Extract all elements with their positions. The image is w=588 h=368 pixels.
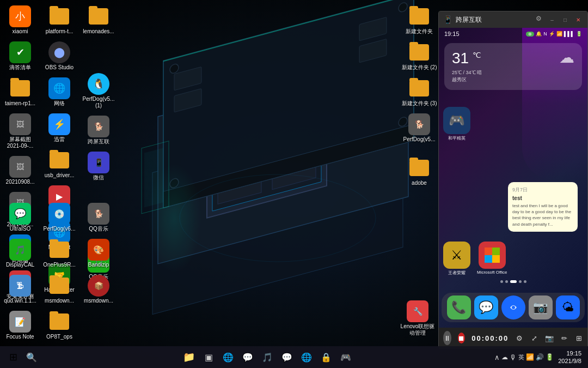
icon-qudwin[interactable]: msmdown... <box>40 273 78 306</box>
svg-rect-27 <box>147 164 201 273</box>
msoffice-icon[interactable] <box>479 242 506 269</box>
settings-icon[interactable]: ⚙ <box>536 15 542 25</box>
icon-ultraiso[interactable]: 💿 PerfDog(v6... <box>40 201 78 234</box>
icon-focusnote[interactable]: 📝 Focus Note <box>1 309 39 342</box>
messages-icon[interactable]: 💬 <box>474 295 498 319</box>
camera-icon[interactable]: 📷 <box>529 295 553 319</box>
tray-battery[interactable]: 🔋 <box>546 353 554 361</box>
record-settings-button[interactable]: ⚙ <box>515 331 523 345</box>
dot-2 <box>505 280 508 283</box>
icon-bandizip[interactable]: 🗜 qud.win.1.1... <box>1 273 39 306</box>
dot-3-active <box>510 280 517 283</box>
windows-logo-icon: ⊞ <box>9 351 17 363</box>
tray-wifi[interactable]: 📶 <box>526 353 534 361</box>
taskbar-music[interactable]: 🎵 <box>259 348 276 366</box>
icon-screenshot2[interactable]: 🖼 20210908... <box>1 154 39 188</box>
taskbar-edge[interactable]: 🌐 <box>298 348 315 366</box>
tray-volume[interactable]: 🔊 <box>536 353 544 361</box>
icon-lenovo[interactable]: 🔧 Lenovo联想驱动管理 <box>399 298 437 339</box>
taskbar: ⊞ 🔍 📁 ▣ 🌐 💬 🎵 💬 🌐 🔒 🎮 ∧ ☁ 🎙 英 📶 🔊 <box>0 346 588 368</box>
icon-wechat[interactable]: 💬 UltraISO <box>1 201 39 234</box>
icon-taimen[interactable]: taimen-rp1... <box>1 75 39 109</box>
search-button[interactable]: 🔍 <box>24 349 39 365</box>
icon-newfile3[interactable]: 新建文件夹 (3) <box>400 75 438 109</box>
taskbar-lock[interactable]: 🔒 <box>317 348 335 366</box>
icon-msm[interactable]: 📦 msmdown... <box>79 273 118 306</box>
icon-obs[interactable]: ⬤ OBS Studio <box>40 39 78 73</box>
desktop-icons-right-bottom: 🔧 Lenovo联想驱动管理 <box>397 296 438 341</box>
msoffice-app: Microsoft Office <box>477 242 507 276</box>
icon-perfdog-right[interactable]: 🐕 PerfDog(v5... <box>400 111 438 145</box>
icon-network[interactable]: 🌐 网络 <box>40 75 78 109</box>
nfc-icon: N <box>543 31 547 37</box>
stop-button[interactable]: ⏹ <box>458 333 465 343</box>
system-clock[interactable]: 19:15 2021/9/8 <box>556 349 584 365</box>
pause-button[interactable]: ⏸ <box>443 331 451 345</box>
dot-5 <box>524 280 526 283</box>
taskbar-browser[interactable]: 🌐 <box>219 348 237 366</box>
icon-tencent-qq[interactable]: 🐧 PerfDog(v5... (1) <box>79 71 118 111</box>
phone-weather-widget[interactable]: 31 ℃ ☁ 25℃ / 34℃ 晴 越秀区 <box>444 43 582 90</box>
bottom-col3: 🐕 QQ音乐 🎨 Bandizip 📦 msmdown... <box>78 200 118 343</box>
mid-content-row: 🎮 和平精英 9月7日 test test and then I will be… <box>443 107 583 156</box>
phone-apps-bottom-row: ⚔ 王者荣耀 Microsoft Office <box>443 242 582 276</box>
icon-op8tops[interactable]: OP8T_ops <box>40 309 78 342</box>
phone-window-icon: 📱 <box>443 15 452 24</box>
icon-perfdog-v5-1[interactable]: 🐕 跨屏互联 <box>79 113 118 147</box>
clock-date: 2021/9/8 <box>558 357 581 365</box>
taskbar-task-view[interactable]: ▣ <box>200 348 217 366</box>
icon-adobe[interactable]: adobe <box>400 155 438 189</box>
phone-screen: 19:15 ⊕ 🔔 N ⚡ 📶 ▌▌▌ 🔋 31 ℃ <box>439 28 587 328</box>
game-app-wrapper: 🎮 和平精英 <box>443 107 470 141</box>
icon-qqmusic-bottom[interactable]: 🎵 DisplayCAL <box>1 237 39 270</box>
icon-lemonade[interactable]: lemonades... <box>79 3 118 37</box>
icon-dida[interactable]: ✔ 滴答清单 <box>1 39 39 73</box>
tray-chevron[interactable]: ∧ <box>494 353 500 361</box>
wangzhe-icon[interactable]: ⚔ <box>443 242 470 269</box>
taskbar-file-explorer[interactable]: 📁 <box>180 348 198 366</box>
icon-xiaomi[interactable]: 小 xiaomi <box>1 3 39 37</box>
screenshot-button[interactable]: 📷 <box>545 331 554 345</box>
tray-lang[interactable]: 英 <box>518 353 524 361</box>
maximize-button[interactable]: □ <box>560 15 570 25</box>
icon-platform[interactable]: platform-t... <box>40 3 78 37</box>
taskbar-right-area: ∧ ☁ 🎙 英 📶 🔊 🔋 19:15 2021/9/8 <box>494 349 584 365</box>
note-date: 9月7日 <box>512 186 573 194</box>
phone-window-titlebar: 📱 跨屏互联 ⚙ – □ ✕ <box>439 11 587 28</box>
icon-displaycal[interactable]: 🎨 Bandizip <box>79 237 118 270</box>
taskbar-wechat[interactable]: 💬 <box>278 348 296 366</box>
bottom-col1: 💬 UltraISO 🎵 DisplayCAL 🗜 qud.win.1.1...… <box>0 200 39 343</box>
start-button[interactable]: ⊞ <box>4 348 22 366</box>
icon-usbdriver[interactable]: usb_driver... <box>40 147 78 181</box>
tray-cloud[interactable]: ☁ <box>501 353 508 361</box>
weather-detail: 25℃ / 34℃ 晴 越秀区 <box>452 69 574 83</box>
desktop-icons-bottom-left: 💬 UltraISO 🎵 DisplayCAL 🗜 qud.win.1.1...… <box>0 200 118 343</box>
recording-timer: 00:00:00 <box>471 334 509 342</box>
icon-screenshot1[interactable]: 🖼 屏幕截图 2021-09-... <box>1 111 39 152</box>
icon-newfile2[interactable]: 新建文件夹 (2) <box>400 39 438 73</box>
icon-oneplus[interactable]: OnePlus9R... <box>40 237 78 270</box>
icon-xunlei[interactable]: ⚡ 迅雷 <box>40 111 78 145</box>
taskbar-apps: 📁 ▣ 🌐 💬 🎵 💬 🌐 🔒 🎮 <box>40 348 494 366</box>
phone-call-icon[interactable]: 📞 <box>447 295 471 319</box>
phone-controls-bar: ⏸ ⏹ 00:00:00 ⚙ ⤢ 📷 ✏ ⊞ <box>439 328 587 348</box>
note-card[interactable]: 9月7日 test test and then I will be a good… <box>508 182 578 232</box>
close-button[interactable]: ✕ <box>573 15 583 25</box>
icon-newfile1[interactable]: 新建文件夹 <box>400 3 438 37</box>
more-button[interactable]: ⊞ <box>575 331 583 345</box>
desktop: 小 xiaomi ✔ 滴答清单 taimen-rp1... 🖼 屏幕截图 202… <box>0 0 588 368</box>
taskbar-chat[interactable]: 💬 <box>239 348 256 366</box>
taskbar-game[interactable]: 🎮 <box>337 348 354 366</box>
desktop-icons-right-area: 新建文件夹 新建文件夹 (2) 新建文件夹 (3) 🐕 PerfDog(v5..… <box>399 0 438 148</box>
draw-button[interactable]: ✏ <box>560 331 568 345</box>
browser-icon[interactable] <box>501 295 525 319</box>
minimize-button[interactable]: – <box>547 15 557 25</box>
icon-crossscreen[interactable]: 📱 微信 <box>79 149 118 183</box>
tray-mic[interactable]: 🎙 <box>510 353 517 361</box>
peace-elite-icon[interactable]: 🎮 <box>443 107 470 134</box>
icon-perfdog-v6[interactable]: 🐕 QQ音乐 <box>79 201 118 234</box>
svg-point-33 <box>512 306 515 309</box>
fullscreen-button[interactable]: ⤢ <box>530 331 538 345</box>
weather-dock-icon[interactable]: 🌤 <box>556 295 580 319</box>
weather-cloud-icon: ☁ <box>559 49 574 67</box>
